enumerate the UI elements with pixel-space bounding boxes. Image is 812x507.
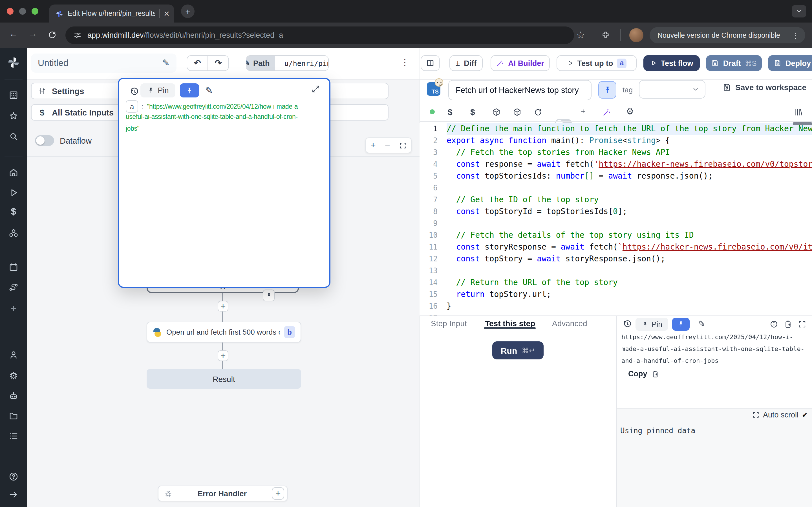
deploy-label: Deploy (785, 59, 811, 67)
code-editor[interactable]: 1// Define the main function to fetch th… (419, 123, 812, 316)
traffic-light-close[interactable] (7, 8, 13, 15)
chrome-update-chip[interactable]: Nouvelle version de Chrome disponible ⋮ (650, 27, 805, 43)
variables-icon[interactable]: $ (448, 107, 453, 117)
resources-dollar-icon[interactable]: $ (470, 107, 475, 117)
routes-icon[interactable] (8, 282, 18, 292)
flow-name-field[interactable]: Untitled ✎ (31, 54, 176, 73)
settings-gear-icon[interactable]: ⚙ (8, 370, 18, 382)
tab-test-this-step[interactable]: Test this step (485, 319, 535, 328)
favorites-star-icon[interactable] (8, 111, 18, 121)
pin-toggle-button[interactable]: Pin (140, 83, 175, 98)
auto-scroll-control[interactable]: Auto scroll ✔ (752, 411, 808, 419)
diff-button[interactable]: ± Diff (449, 55, 483, 71)
path-button[interactable]: ✎ Path u/henri/pin (246, 55, 329, 71)
editor-scrollbar[interactable] (793, 122, 812, 125)
tab-search-button[interactable] (792, 5, 806, 17)
expand-icon[interactable] (798, 320, 806, 328)
profile-avatar[interactable] (629, 28, 644, 42)
search-icon[interactable] (8, 131, 18, 142)
editor-settings-icon[interactable]: ⚙ (626, 106, 634, 117)
run-button[interactable]: Run ⌘↵ (492, 341, 544, 359)
more-options-icon[interactable]: ⋮ (400, 57, 409, 68)
diff-plus-minus-icon[interactable]: ± (581, 107, 585, 116)
new-tab-button[interactable]: + (181, 4, 195, 18)
flow-node-result[interactable]: Result (147, 369, 301, 389)
windmill-logo[interactable] (7, 56, 20, 69)
back-button[interactable]: ← (9, 29, 18, 39)
path-edit-segment[interactable]: ✎ Path (246, 56, 275, 70)
add-error-handler-button[interactable]: + (272, 487, 284, 500)
package-icon[interactable] (492, 108, 501, 117)
pin-active-button[interactable] (180, 83, 199, 98)
ai-wand-icon[interactable] (602, 108, 611, 117)
tab-advanced[interactable]: Advanced (552, 319, 587, 328)
browser-menu-icon[interactable]: ⋮ (792, 31, 800, 40)
zoom-in-icon[interactable]: + (370, 140, 376, 151)
reload-button[interactable] (47, 30, 57, 40)
edit-pin-icon[interactable]: ✎ (698, 319, 705, 329)
redo-button[interactable]: ↷ (207, 55, 229, 71)
book-icon (426, 59, 435, 68)
step-title-input[interactable]: Fetch url of HackerNews top story (448, 80, 592, 100)
help-icon[interactable] (8, 471, 18, 482)
history-icon[interactable] (622, 320, 632, 329)
node-pin-badge[interactable] (263, 290, 274, 301)
runs-icon[interactable] (8, 187, 18, 198)
reset-icon[interactable] (534, 108, 543, 117)
extensions-icon[interactable] (601, 31, 610, 40)
test-up-to-button[interactable]: Test up to a (557, 55, 637, 71)
site-settings-icon[interactable] (73, 31, 82, 40)
ai-builder-button[interactable]: AI Builder (491, 55, 550, 71)
pin-step-button[interactable] (598, 81, 616, 99)
browser-tab[interactable]: Edit Flow u/henri/pin_results ✕ (49, 4, 174, 22)
fit-view-icon[interactable] (399, 142, 407, 149)
add-step-button[interactable]: + (218, 350, 229, 361)
workers-robot-icon[interactable] (8, 391, 18, 401)
history-icon[interactable] (129, 87, 139, 97)
zoom-out-icon[interactable]: − (385, 140, 390, 151)
docs-button[interactable] (421, 55, 440, 71)
test-flow-label: Test flow (661, 59, 693, 67)
tab-step-input[interactable]: Step Input (431, 319, 467, 328)
info-icon[interactable] (770, 320, 778, 328)
user-icon[interactable] (8, 350, 18, 360)
collapse-sidebar-icon[interactable] (8, 490, 18, 500)
folders-icon[interactable] (8, 411, 18, 421)
schedules-icon[interactable] (8, 262, 18, 272)
copy-button[interactable]: Copy (628, 370, 659, 378)
add-item-icon[interactable]: + (8, 302, 18, 315)
dataflow-toggle[interactable] (35, 135, 54, 146)
test-flow-button[interactable]: Test flow (644, 55, 700, 71)
pin-toggle-button[interactable]: Pin (636, 318, 668, 331)
undo-button[interactable]: ↶ (187, 55, 208, 71)
edit-name-icon[interactable]: ✎ (162, 59, 170, 68)
error-handler-node[interactable]: Error Handler + (158, 486, 288, 501)
audit-logs-icon[interactable] (8, 431, 18, 441)
library-icon[interactable] (794, 108, 803, 117)
traffic-light-zoom[interactable] (32, 8, 38, 15)
resources-icon[interactable] (8, 228, 18, 238)
home-icon[interactable] (8, 167, 18, 177)
play-outline-icon (650, 60, 657, 66)
bookmark-star-icon[interactable]: ☆ (576, 29, 585, 41)
address-bar[interactable]: app.windmill.dev/flows/edit/u/henri/pin_… (65, 26, 574, 44)
tag-select[interactable] (639, 80, 705, 99)
expand-popup-icon[interactable] (311, 84, 320, 94)
pin-icon (265, 292, 272, 299)
run-label: Run (501, 346, 517, 355)
save-icon (722, 83, 731, 92)
workspace-icon[interactable] (8, 90, 18, 100)
traffic-light-minimize[interactable] (19, 8, 26, 15)
flow-node-b[interactable]: Open url and fetch first 500 words of ..… (147, 322, 301, 342)
package-icon[interactable] (513, 108, 522, 117)
add-step-button[interactable]: + (218, 301, 229, 312)
draft-button[interactable]: Draft ⌘S (706, 55, 762, 71)
clipboard-icon[interactable] (784, 320, 792, 328)
variables-icon[interactable]: $ (8, 206, 18, 217)
save-to-workspace-button[interactable]: Save to workspace (722, 83, 806, 92)
forward-button[interactable]: → (28, 29, 37, 39)
deploy-button[interactable]: Deploy (768, 55, 812, 71)
edit-pin-icon[interactable]: ✎ (205, 85, 213, 96)
pin-active-button[interactable] (672, 318, 690, 331)
tab-close-icon[interactable]: ✕ (163, 10, 170, 17)
